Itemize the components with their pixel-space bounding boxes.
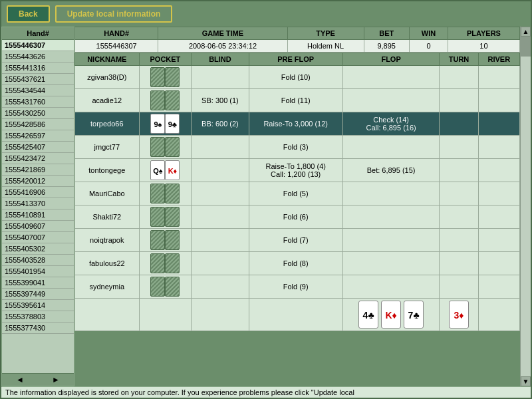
player-flop: Check (14) Call: 6,895 (16)	[342, 112, 440, 136]
hand-list: Hand# 1555446307155544362615554413161555…	[1, 27, 74, 386]
hand-list-item[interactable]: 1555426597	[2, 130, 74, 142]
player-turn	[440, 182, 478, 205]
detail-col-nickname: NICKNAME	[75, 53, 140, 66]
player-nickname: zgivan38(D)	[75, 66, 140, 89]
hand-list-item[interactable]: 1555413370	[2, 198, 74, 209]
card-back	[165, 207, 180, 227]
player-blind	[192, 275, 249, 299]
card-face: Q♠	[150, 160, 165, 180]
player-pocket	[139, 66, 192, 89]
player-turn	[440, 136, 478, 159]
hand-list-item[interactable]: 1555395614	[2, 300, 74, 311]
hand-list-item[interactable]: 1555421869	[2, 164, 74, 176]
player-turn	[440, 252, 478, 275]
hand-list-scroll[interactable]: 1555446307155544362615554413161555437621…	[2, 40, 74, 373]
summary-win: 0	[409, 40, 448, 53]
player-pocket	[139, 89, 192, 112]
hand-list-item[interactable]: 1555443626	[2, 51, 74, 63]
player-blind	[192, 252, 249, 275]
card-back	[165, 67, 180, 87]
detail-col-pocket: POCKET	[139, 53, 192, 66]
community-flop-cards: 4♣K♦7♣	[342, 299, 440, 331]
player-pocket	[139, 205, 192, 229]
player-preflop: Fold (9)	[249, 275, 342, 299]
player-turn	[440, 229, 478, 252]
card-face: 9♠	[150, 114, 165, 134]
hand-list-item[interactable]: 1555425407	[2, 142, 74, 153]
card-back	[165, 137, 180, 157]
player-turn	[440, 275, 478, 299]
scroll-thumb[interactable]	[521, 37, 531, 57]
card-back	[165, 277, 180, 297]
card-back	[150, 184, 165, 203]
hand-list-item[interactable]: 1555441316	[2, 63, 74, 74]
hand-list-item[interactable]: 1555428586	[2, 119, 74, 130]
player-pocket	[139, 229, 192, 252]
player-turn	[440, 205, 478, 229]
hand-list-prev[interactable]: ◄	[2, 374, 38, 386]
hand-list-item[interactable]: 1555423472	[2, 153, 74, 164]
hand-list-item[interactable]: 1555378803	[2, 311, 74, 323]
hand-list-item[interactable]: 1555430250	[2, 108, 74, 119]
player-pocket: Q♠K♦	[139, 159, 192, 182]
community-card: K♦	[381, 301, 401, 329]
table-row: zgivan38(D)Fold (10)	[75, 66, 520, 89]
hand-list-item[interactable]: 1555401954	[2, 266, 74, 277]
hand-list-item[interactable]: 1555434544	[2, 85, 74, 96]
hand-list-item[interactable]: 1555397449	[2, 289, 74, 300]
card-back	[150, 67, 165, 87]
player-river	[478, 205, 519, 229]
player-river	[478, 136, 519, 159]
scroll-up-button[interactable]: ▲	[521, 27, 531, 37]
col-game-time: GAME TIME	[158, 27, 287, 40]
community-nickname	[75, 299, 140, 331]
player-blind: BB: 600 (2)	[192, 112, 249, 136]
hand-list-item[interactable]: 1555416906	[2, 187, 74, 198]
player-river	[478, 252, 519, 275]
hand-list-item[interactable]: 1555420012	[2, 176, 74, 187]
card-back	[150, 230, 165, 250]
hand-list-item[interactable]: 1555410891	[2, 209, 74, 221]
card-back	[165, 253, 180, 273]
player-pocket	[139, 252, 192, 275]
col-win: WIN	[409, 27, 448, 40]
table-row: noiqtrapokFold (7)	[75, 229, 520, 252]
hand-list-item[interactable]: 1555431760	[2, 96, 74, 108]
card-back	[150, 253, 165, 273]
scroll-down-button[interactable]: ▼	[521, 376, 531, 386]
player-blind	[192, 159, 249, 182]
player-pocket: 9♠9♣	[139, 112, 192, 136]
back-button[interactable]: Back	[7, 5, 50, 23]
card-back	[150, 137, 165, 157]
hand-list-item[interactable]: 1555409607	[2, 221, 74, 232]
player-preflop: Raise-To 1,800 (4) Call: 1,200 (13)	[249, 159, 342, 182]
hand-list-item[interactable]: 1555407007	[2, 232, 74, 243]
detail-col-preflop: PRE FLOP	[249, 53, 342, 66]
card-back	[165, 230, 180, 250]
hand-list-item[interactable]: 1555437621	[2, 74, 74, 85]
player-river	[478, 275, 519, 299]
player-river	[478, 66, 519, 89]
main-window: Back Update local information Hand# 1555…	[0, 0, 532, 399]
player-river	[478, 112, 519, 136]
card-back	[150, 207, 165, 227]
hand-list-item[interactable]: 1555446307	[2, 40, 74, 51]
toolbar: Back Update local information	[1, 1, 531, 27]
player-nickname: torpedo66	[75, 112, 140, 136]
update-button[interactable]: Update local information	[55, 5, 173, 23]
hand-list-next[interactable]: ►	[38, 374, 74, 386]
hand-list-item[interactable]: 1555377430	[2, 323, 74, 334]
summary-hand-num: 1555446307	[75, 40, 158, 53]
hand-list-item[interactable]: 1555403528	[2, 255, 74, 266]
player-blind	[192, 66, 249, 89]
card-face: 9♣	[165, 114, 180, 134]
player-flop	[342, 182, 440, 205]
hand-list-item[interactable]: 1555399041	[2, 277, 74, 289]
hand-list-item[interactable]: 1555405302	[2, 243, 74, 255]
table-row: sydneymiaFold (9)	[75, 275, 520, 299]
detail-col-river: RIVER	[478, 53, 519, 66]
detail-scroll[interactable]: NICKNAME POCKET BLIND PRE FLOP FLOP TURN…	[74, 53, 520, 386]
community-river-cards	[478, 299, 519, 331]
player-preflop: Fold (5)	[249, 182, 342, 205]
table-row: Shakti72Fold (6)	[75, 205, 520, 229]
